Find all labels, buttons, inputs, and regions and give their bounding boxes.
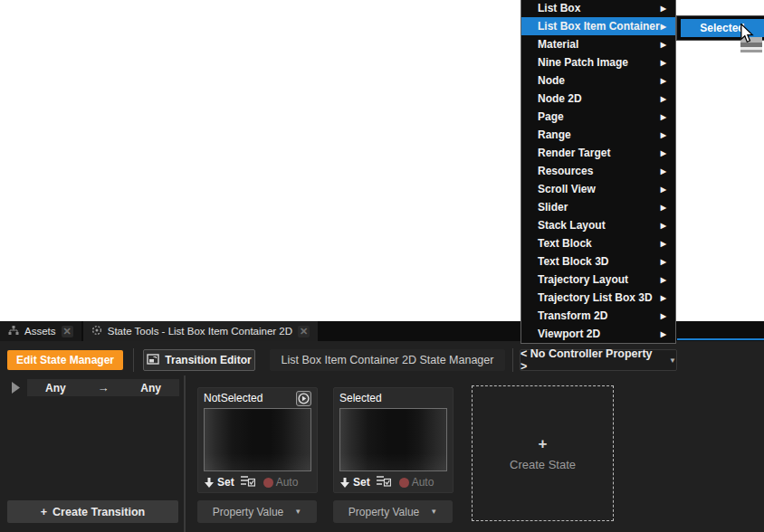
toolbar-separator [512, 348, 513, 372]
transitions-expand-button[interactable] [7, 379, 24, 395]
chevron-down-icon: ▼ [294, 508, 301, 516]
create-transition-button[interactable]: + Create Transition [7, 500, 178, 523]
create-transition-label: Create Transition [53, 506, 145, 518]
create-state-button[interactable]: + Create State [472, 385, 614, 521]
state-card-footer: Set Auto [198, 471, 317, 493]
menu-item-material[interactable]: Material▶ [521, 35, 675, 53]
menu-item-viewport-2d[interactable]: Viewport 2D▶ [521, 325, 675, 343]
submenu-arrow-icon: ▶ [661, 276, 666, 284]
submenu-arrow-icon: ▶ [661, 240, 666, 248]
edit-state-manager-button[interactable]: Edit State Manager [7, 350, 123, 370]
mouse-cursor [740, 24, 755, 47]
toolbar-separator [133, 348, 134, 372]
state-tools-icon [91, 325, 102, 337]
menu-item-transform-2d[interactable]: Transform 2D▶ [521, 307, 675, 325]
transition-from-label: Any [45, 382, 66, 394]
auto-toggle[interactable]: Auto [263, 476, 299, 489]
submenu-arrow-icon: ▶ [661, 5, 666, 13]
transition-editor-icon [147, 354, 159, 367]
chevron-down-icon: ▼ [669, 356, 676, 365]
tab-assets-close-icon[interactable]: ✕ [62, 326, 73, 337]
edit-state-manager-label: Edit State Manager [16, 354, 114, 366]
menu-item-stack-layout[interactable]: Stack Layout▶ [521, 216, 675, 234]
menu-item-node-2d[interactable]: Node 2D▶ [521, 90, 675, 108]
tab-assets[interactable]: Assets ✕ [0, 321, 81, 341]
submenu-arrow-icon: ▶ [661, 185, 666, 194]
state-name-label: Selected [339, 392, 382, 404]
preview-state-button[interactable] [296, 391, 311, 406]
panel-focus-line [677, 338, 764, 340]
submenu-arrow-icon: ▶ [661, 312, 666, 320]
transitions-panel-divider [184, 375, 186, 532]
submenu-arrow-icon: ▶ [661, 204, 666, 212]
menu-item-list-box[interactable]: List Box▶ [521, 0, 675, 17]
auto-record-icon [263, 478, 273, 488]
play-circle-icon [298, 393, 310, 404]
auto-record-icon [399, 478, 409, 488]
submenu-arrow-icon: ▶ [661, 113, 666, 121]
auto-toggle[interactable]: Auto [399, 476, 435, 489]
menu-item-resources[interactable]: Resources▶ [521, 162, 675, 180]
menu-item-slider[interactable]: Slider▶ [521, 198, 675, 216]
state-card-header: NotSelected [198, 388, 317, 408]
transition-row-any-to-any[interactable]: Any → Any [27, 379, 179, 396]
controller-property-value: < No Controller Property > [520, 347, 660, 373]
menu-item-node[interactable]: Node▶ [521, 71, 675, 90]
property-value-dropdown[interactable]: Property Value ▼ [197, 500, 317, 523]
context-menu: List Box▶ List Box Item Container▶ Mater… [520, 0, 676, 344]
transition-editor-button[interactable]: Transition Editor [143, 349, 255, 371]
submenu-arrow-icon: ▶ [661, 167, 666, 176]
submenu-arrow-icon: ▶ [661, 23, 666, 31]
state-card-selected[interactable]: Selected Set Auto [333, 387, 454, 493]
submenu-arrow-icon: ▶ [661, 59, 666, 67]
assets-icon [8, 326, 19, 337]
state-card-notselected[interactable]: NotSelected Set Auto [197, 387, 318, 493]
expand-triangle-icon [11, 382, 21, 394]
menu-item-trajectory-layout[interactable]: Trajectory Layout▶ [521, 271, 675, 289]
menu-item-nine-patch-image[interactable]: Nine Patch Image▶ [521, 53, 675, 71]
transition-editor-label: Transition Editor [165, 354, 251, 366]
menu-item-scroll-view[interactable]: Scroll View▶ [521, 180, 675, 198]
submenu-arrow-icon: ▶ [661, 95, 666, 103]
chevron-down-icon: ▼ [430, 508, 437, 516]
state-card-header: Selected [334, 388, 453, 408]
tab-state-tools-close-icon[interactable]: ✕ [298, 326, 310, 337]
record-properties-icon[interactable] [377, 474, 391, 490]
controller-property-dropdown[interactable]: < No Controller Property > ▼ [520, 349, 677, 371]
down-arrow-icon [205, 478, 214, 488]
tab-state-tools-label: State Tools - List Box Item Container 2D [108, 326, 292, 337]
menu-item-range[interactable]: Range▶ [521, 126, 675, 144]
tab-state-tools[interactable]: State Tools - List Box Item Container 2D… [83, 321, 319, 341]
submenu-arrow-icon: ▶ [661, 222, 666, 230]
transition-arrow-icon: → [98, 381, 110, 394]
record-properties-icon[interactable] [241, 474, 255, 490]
submenu-arrow-icon: ▶ [661, 131, 666, 139]
state-thumbnail[interactable] [204, 408, 311, 471]
submenu-arrow-icon: ▶ [661, 41, 666, 49]
state-card-footer: Set Auto [334, 471, 453, 493]
menu-item-text-block-3d[interactable]: Text Block 3D▶ [521, 252, 675, 271]
plus-icon: + [539, 436, 548, 451]
property-value-dropdown[interactable]: Property Value ▼ [333, 500, 453, 523]
state-name-label: NotSelected [204, 392, 263, 404]
state-thumbnail[interactable] [339, 408, 447, 471]
transition-to-label: Any [140, 382, 161, 394]
create-state-label: Create State [510, 458, 576, 471]
set-state-button[interactable]: Set [340, 476, 370, 489]
tab-assets-label: Assets [24, 326, 56, 337]
menu-item-render-target[interactable]: Render Target▶ [521, 144, 675, 162]
submenu-arrow-icon: ▶ [661, 149, 666, 157]
set-state-button[interactable]: Set [205, 476, 234, 489]
submenu-arrow-icon: ▶ [661, 294, 666, 302]
menu-item-list-box-item-container[interactable]: List Box Item Container▶ [521, 17, 675, 35]
state-manager-title: List Box Item Container 2D State Manager [270, 349, 505, 371]
menu-item-text-block[interactable]: Text Block▶ [521, 234, 675, 252]
menu-item-trajectory-list-box-3d[interactable]: Trajectory List Box 3D▶ [521, 289, 675, 307]
submenu-arrow-icon: ▶ [661, 77, 666, 85]
menu-item-page[interactable]: Page▶ [521, 108, 675, 126]
plus-icon: + [41, 506, 47, 518]
submenu-arrow-icon: ▶ [661, 330, 666, 338]
submenu-arrow-icon: ▶ [661, 258, 666, 266]
down-arrow-icon [340, 478, 349, 488]
